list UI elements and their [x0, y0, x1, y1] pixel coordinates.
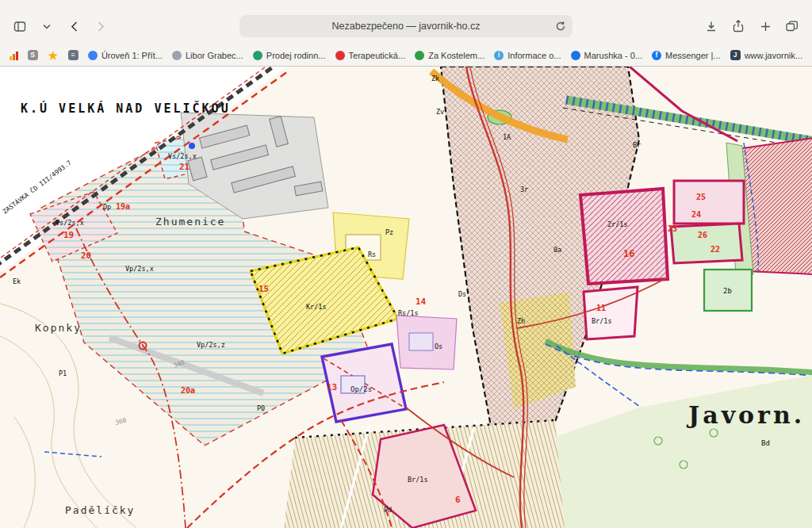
map-title: K.Ú VELKÁ NAD VELIČKOU: [21, 101, 231, 116]
map-label: 2b: [723, 287, 732, 295]
map-label: Kopnky: [35, 322, 82, 334]
map-label: Pd: [384, 506, 392, 514]
map-label: Zv: [436, 108, 444, 116]
map-label: P1: [59, 369, 67, 377]
favicon: [571, 51, 580, 60]
map-label: Zk: [431, 75, 439, 82]
map-label: 19a: [116, 202, 130, 211]
map-label: Zhumenice: [155, 216, 225, 228]
map-label: Rs: [368, 251, 376, 258]
map-label: Vs/2s,x: [56, 219, 84, 227]
map-label: 0a: [553, 246, 561, 254]
map-label: Dp: [103, 203, 111, 211]
favorite-label: Marushka - 0...: [584, 51, 642, 60]
toolbar-left-group: [8, 16, 113, 36]
map-label: 20a: [181, 386, 195, 395]
map-label: Br/1s: [408, 476, 428, 484]
favicon: [88, 51, 98, 60]
favorite-item[interactable]: ≡: [68, 50, 79, 60]
favorite-label: Messenger |...: [665, 51, 721, 60]
favorite-item[interactable]: Úroveň 1: Přít...: [88, 51, 163, 60]
tab-overview-button[interactable]: [780, 16, 804, 36]
favorite-item[interactable]: Marushka - 0...: [571, 51, 642, 60]
favorite-label: www.javornik...: [745, 51, 802, 60]
map-label: 19: [63, 230, 74, 240]
favicon: [172, 51, 182, 60]
downloads-button[interactable]: [699, 16, 723, 36]
favorite-item[interactable]: Jwww.javornik...: [730, 50, 802, 60]
favorite-label: Úroveň 1: Přít...: [102, 51, 163, 60]
map-label: 13: [327, 382, 337, 392]
map-label: Javorn.: [686, 401, 805, 429]
sidebar-toggle-button[interactable]: [8, 16, 32, 36]
favicon: [253, 51, 262, 60]
map-label: 2r/1s: [607, 220, 628, 228]
map-label: 1A: [503, 133, 511, 141]
address-bar-wrap: Nezabezpečeno — javornik-ho.cz: [113, 15, 699, 37]
reload-icon[interactable]: [555, 21, 566, 34]
map-label: 25: [696, 193, 706, 201]
new-tab-button[interactable]: [753, 16, 777, 36]
zone-11: [584, 287, 638, 339]
favorite-item[interactable]: Terapeutická...: [335, 51, 406, 60]
map-label: Br/1s: [592, 317, 612, 325]
favicon: [335, 51, 345, 60]
map-label: 20: [81, 251, 91, 261]
zone-os-pink: [396, 316, 457, 369]
chevron-down-icon[interactable]: [35, 16, 59, 36]
map-label: Vp/2s,x: [125, 265, 154, 273]
map-label: Pz: [385, 228, 393, 236]
share-button[interactable]: [726, 16, 750, 36]
forward-button[interactable]: [89, 16, 113, 36]
favorite-label: Libor Grabec...: [186, 51, 243, 60]
address-text: Nezabezpečeno — javornik-ho.cz: [332, 21, 481, 32]
star-icon: ★: [48, 50, 59, 61]
favicon: i: [494, 51, 504, 60]
map-label: 21: [179, 162, 190, 172]
map-label: Vs/2s,x: [168, 152, 197, 160]
favicon: J: [730, 50, 741, 60]
map-label: Os: [435, 342, 442, 350]
address-bar[interactable]: Nezabezpečeno — javornik-ho.cz: [239, 15, 573, 37]
map-label: Zh: [517, 317, 525, 325]
favorite-label: Za Kostelem...: [428, 51, 485, 60]
map-label: 11: [596, 304, 606, 312]
map-label: 6: [455, 495, 461, 505]
map-label: 22: [710, 245, 720, 254]
map-label: P0: [257, 404, 265, 412]
favorites-bar: S★≡Úroveň 1: Přít...Libor Grabec...Prode…: [0, 44, 812, 67]
map-label: 15: [259, 284, 269, 294]
map-label: Vp/2s,z: [197, 341, 225, 349]
map-label: Bd: [761, 439, 770, 447]
map-label: Padělíčky: [65, 504, 135, 516]
map-canvas[interactable]: K.Ú VELKÁ NAD VELIČKOU ZASTÁVKA ČD III/4…: [0, 67, 812, 528]
favorite-item[interactable]: Libor Grabec...: [172, 51, 243, 60]
map-label: 26: [698, 231, 707, 239]
favorite-label: Informace o...: [508, 51, 561, 60]
toolbar-right-group: [699, 16, 804, 36]
favicon: ≡: [68, 50, 79, 60]
favorite-item[interactable]: Za Kostelem...: [415, 51, 485, 60]
favorite-label: Prodej rodinn...: [266, 51, 326, 60]
map-label: 23: [668, 224, 677, 233]
favicon: f: [652, 51, 661, 60]
favorite-item[interactable]: Prodej rodinn...: [253, 51, 326, 60]
map-label: Op/2s: [350, 385, 372, 393]
map-label: 16: [623, 248, 634, 259]
favorite-item[interactable]: S: [28, 50, 38, 60]
map-label: Rs/1s: [398, 309, 419, 317]
favorite-label: Terapeutická...: [349, 51, 406, 60]
map-label: 14: [416, 297, 427, 307]
back-button[interactable]: [62, 16, 86, 36]
favorite-item[interactable]: [10, 51, 18, 60]
analytics-icon: [10, 51, 18, 60]
map-label: 24: [691, 210, 701, 219]
favorite-item[interactable]: iInformace o...: [494, 51, 561, 60]
favorite-item[interactable]: ★: [48, 50, 59, 61]
map-area[interactable]: K.Ú VELKÁ NAD VELIČKOU ZASTÁVKA ČD III/4…: [0, 67, 812, 528]
map-label: 3r: [520, 186, 528, 193]
zone-16: [580, 189, 668, 284]
browser-toolbar: Nezabezpečeno — javornik-ho.cz: [0, 0, 812, 44]
favorite-item[interactable]: fMessenger |...: [652, 51, 721, 60]
map-label: Ek: [13, 277, 21, 285]
